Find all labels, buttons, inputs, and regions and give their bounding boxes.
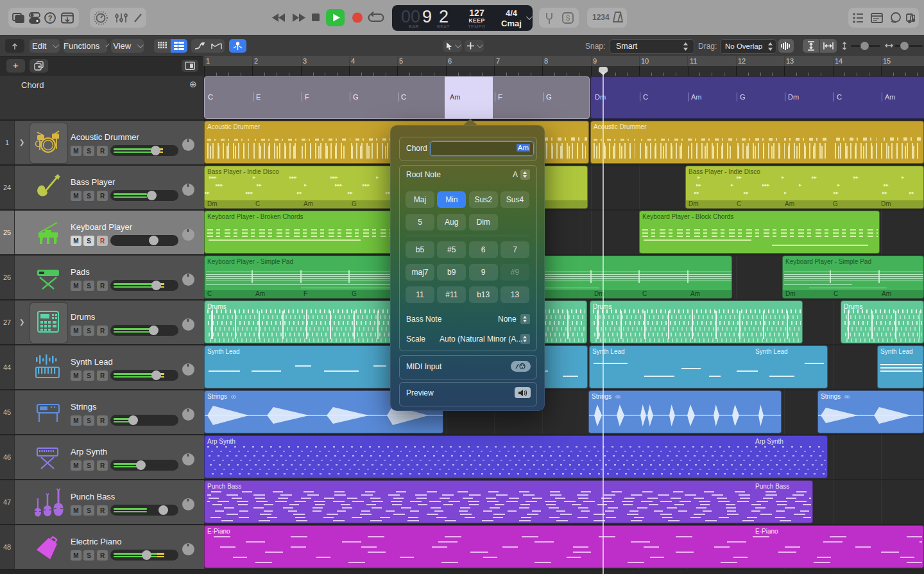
svg-text:S: S (566, 15, 570, 22)
svg-text:?: ? (48, 14, 53, 22)
